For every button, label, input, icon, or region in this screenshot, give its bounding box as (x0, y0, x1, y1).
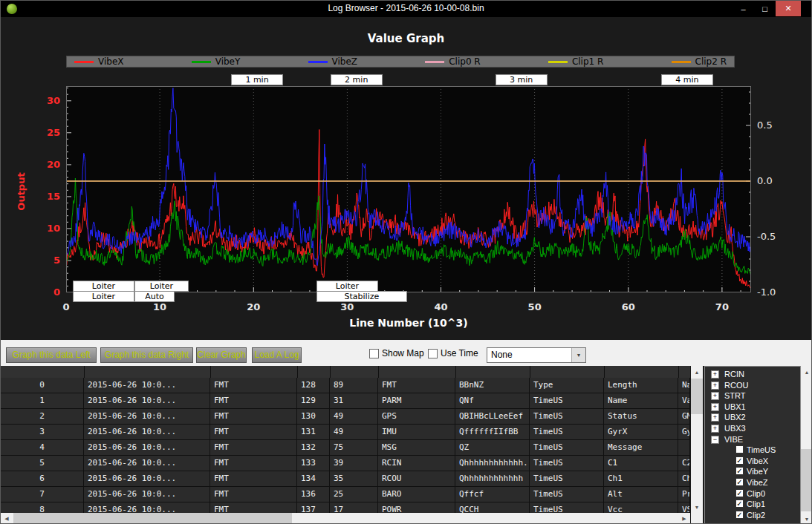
table-cell[interactable]: Va (678, 393, 690, 408)
table-cell[interactable]: TimeUS (530, 425, 604, 439)
table-cell[interactable]: 129 (297, 393, 330, 408)
table-cell[interactable]: Alt (604, 487, 678, 502)
checkbox-icon[interactable]: ✓ (735, 467, 744, 475)
table-cell[interactable]: 131 (297, 425, 330, 439)
table-cell[interactable]: 2015-06-26 10:0... (84, 409, 210, 424)
table-cell[interactable]: BARO (378, 487, 455, 502)
graph-data-left-button[interactable]: Graph this data Left (6, 347, 97, 363)
table-row[interactable]: 62015-06-26 10:0...FMT13435RCOUQhhhhhhhh… (1, 471, 690, 487)
table-cell[interactable]: 39 (330, 456, 378, 471)
tree-item-rcin[interactable]: +RCIN (705, 369, 800, 379)
tree-item-vibey[interactable]: ✓VibeY (705, 466, 800, 476)
table-row[interactable]: 72015-06-26 10:0...FMT13625BAROQffcfTime… (1, 487, 690, 502)
table-cell[interactable]: FMT (210, 378, 297, 393)
table-cell[interactable]: Name (604, 393, 678, 408)
use-time-checkbox[interactable]: Use Time (428, 348, 478, 358)
table-cell[interactable]: 31 (330, 393, 378, 408)
load-log-button[interactable]: Load A Log (252, 347, 302, 363)
table-cell[interactable]: 75 (330, 440, 378, 455)
table-cell[interactable]: TimeUS (530, 393, 604, 408)
table-cell[interactable]: FMT (210, 393, 297, 408)
grid-vertical-scrollbar[interactable]: ▲ ▼ (691, 366, 703, 513)
table-cell[interactable]: 137 (297, 502, 330, 513)
table-cell[interactable]: Status (604, 409, 678, 424)
checkbox-icon[interactable]: ✓ (735, 500, 744, 508)
grid-horizontal-scrollbar[interactable]: ◀ ▶ (1, 513, 690, 524)
table-cell[interactable]: Ch (678, 471, 690, 486)
minimize-button[interactable]: – (733, 1, 754, 16)
table-cell[interactable]: 25 (330, 487, 378, 502)
table-cell[interactable]: 17 (330, 502, 378, 513)
row-header-cell[interactable]: 7 (1, 487, 84, 502)
tree-vscroll-thumb[interactable] (801, 449, 812, 511)
expand-icon[interactable]: + (711, 403, 719, 411)
tree-vertical-scrollbar[interactable]: ▲ ▼ (801, 366, 812, 524)
table-cell[interactable]: MSG (378, 440, 455, 455)
table-cell[interactable]: 49 (330, 409, 378, 424)
expand-icon[interactable]: + (711, 413, 719, 422)
table-cell[interactable]: 136 (297, 487, 330, 502)
table-cell[interactable]: QZ (455, 440, 530, 455)
close-button[interactable]: ✕ (776, 1, 801, 16)
table-cell[interactable]: 2015-06-26 10:0... (84, 502, 210, 513)
graph-source-dropdown[interactable]: None ▼ (487, 347, 586, 363)
table-cell[interactable]: Vcc (604, 502, 678, 513)
tree-item-clip1[interactable]: ✓Clip1 (705, 499, 800, 509)
table-cell[interactable]: VS (678, 502, 690, 513)
message-tree[interactable]: +RCIN+RCOU+STRT+UBX1+UBX2+UBX3−VIBETimeU… (704, 366, 801, 524)
row-header-cell[interactable]: 5 (1, 456, 84, 471)
table-cell[interactable]: POWR (378, 502, 455, 513)
table-cell[interactable]: Ch1 (604, 471, 678, 486)
checkbox-icon[interactable]: ✓ (735, 489, 744, 497)
row-header-cell[interactable]: 4 (1, 440, 84, 455)
table-row[interactable]: 12015-06-26 10:0...FMT12931PARMQNfTimeUS… (1, 393, 690, 409)
table-cell[interactable]: 2015-06-26 10:0... (84, 393, 210, 408)
table-row[interactable]: 52015-06-26 10:0...FMT13339RCINQhhhhhhhh… (1, 456, 690, 471)
table-cell[interactable]: PARM (378, 393, 455, 408)
table-cell[interactable]: Pre (678, 487, 690, 502)
table-cell[interactable]: IMU (378, 425, 455, 439)
table-cell[interactable]: FMT (210, 456, 297, 471)
checkbox-icon[interactable]: ✓ (735, 511, 744, 519)
tree-item-timeus[interactable]: TimeUS (705, 445, 800, 455)
row-header-cell[interactable]: 0 (1, 378, 84, 393)
scroll-down-icon[interactable]: ▼ (801, 513, 812, 524)
collapse-icon[interactable]: − (711, 436, 719, 444)
table-cell[interactable]: Qhhhhhhhhhhhh... (455, 456, 530, 471)
row-header-cell[interactable]: 3 (1, 425, 84, 439)
tree-item-rcou[interactable]: +RCOU (705, 380, 800, 390)
table-cell[interactable]: TimeUS (530, 456, 604, 471)
scroll-up-icon[interactable]: ▲ (691, 366, 703, 378)
tree-item-clip0[interactable]: ✓Clip0 (705, 488, 800, 499)
table-cell[interactable]: 2015-06-26 10:0... (84, 456, 210, 471)
table-cell[interactable]: QNf (455, 393, 530, 408)
table-cell[interactable]: TimeUS (530, 471, 604, 486)
tree-item-vibe[interactable]: −VIBE (705, 434, 800, 445)
checkbox-icon[interactable] (428, 349, 438, 358)
table-cell[interactable]: RCIN (378, 456, 455, 471)
chevron-down-icon[interactable]: ▼ (571, 348, 585, 362)
tree-item-ubx3[interactable]: +UBX3 (705, 423, 800, 433)
clear-graph-button[interactable]: Clear Graph (196, 347, 247, 363)
table-cell[interactable]: QBIHBcLLeeEef (455, 409, 530, 424)
table-cell[interactable]: 2015-06-26 10:0... (84, 471, 210, 486)
table-row[interactable]: 22015-06-26 10:0...FMT13049GPSQBIHBcLLee… (1, 409, 690, 425)
graph-data-right-button[interactable]: Graph this data Right (100, 347, 193, 363)
table-cell[interactable]: 2015-06-26 10:0... (84, 487, 210, 502)
scroll-down-icon[interactable]: ▼ (691, 501, 703, 513)
table-cell[interactable]: 128 (297, 378, 330, 393)
table-cell[interactable]: 130 (297, 409, 330, 424)
checkbox-icon[interactable]: ✓ (735, 478, 744, 486)
table-cell[interactable]: TimeUS (530, 502, 604, 513)
expand-icon[interactable]: + (711, 425, 719, 433)
table-cell[interactable]: Qhhhhhhhhhhhh (455, 471, 530, 486)
table-cell[interactable]: QffffffIIfBB (455, 425, 530, 439)
table-cell[interactable]: FMT (210, 487, 297, 502)
table-cell[interactable]: 49 (330, 425, 378, 439)
table-cell[interactable]: Qffcf (455, 487, 530, 502)
table-cell[interactable]: Type (530, 378, 604, 393)
table-cell[interactable]: 35 (330, 471, 378, 486)
checkbox-icon[interactable] (735, 445, 744, 453)
table-cell[interactable]: FMT (210, 502, 297, 513)
table-cell[interactable]: TimeUS (530, 487, 604, 502)
